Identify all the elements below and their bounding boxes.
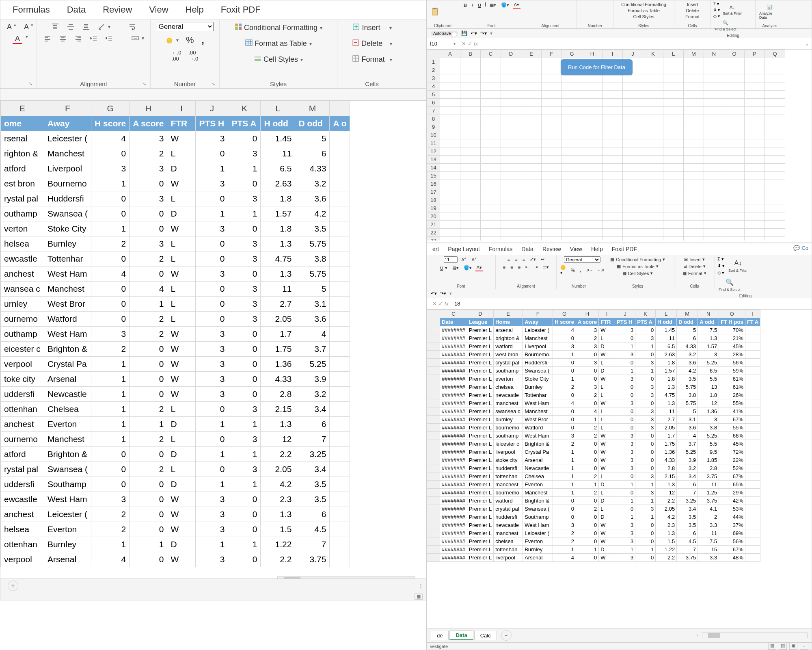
cell[interactable]: Bournemo <box>523 351 553 359</box>
cell[interactable]: 3.9 <box>295 372 330 387</box>
fx-icon[interactable]: fx <box>474 41 478 47</box>
cell[interactable]: West Ham <box>523 432 553 440</box>
cell[interactable]: 7.5 <box>698 537 719 546</box>
cell[interactable]: 3 <box>91 327 130 342</box>
header-cell[interactable]: D odd <box>295 116 330 131</box>
row-header[interactable]: 23 <box>427 237 440 241</box>
cell[interactable]: Manchest <box>523 489 553 497</box>
cell[interactable] <box>765 221 785 229</box>
cell[interactable]: Arsenal <box>44 552 91 567</box>
cell[interactable] <box>704 196 724 204</box>
cell[interactable]: 3 <box>615 521 635 529</box>
format-as-table-button[interactable]: Format as Table▾ <box>242 38 314 50</box>
shrink-font-br[interactable]: A˅ <box>471 256 478 263</box>
cell[interactable] <box>521 221 542 229</box>
cell[interactable] <box>440 212 460 221</box>
cell[interactable]: 7 <box>295 432 330 447</box>
cell[interactable] <box>745 221 765 229</box>
cell[interactable] <box>582 221 603 229</box>
cell[interactable]: bournemo <box>494 489 523 497</box>
cell[interactable] <box>643 115 663 123</box>
cell[interactable] <box>704 58 724 66</box>
cell[interactable] <box>481 237 501 241</box>
cell[interactable] <box>745 472 760 481</box>
cell[interactable]: 0 <box>635 326 656 334</box>
sort-filter-button[interactable]: A↓Sort & Filter <box>721 4 743 16</box>
cell[interactable]: 22% <box>719 456 745 464</box>
cell[interactable]: 3 <box>228 432 261 447</box>
cell[interactable] <box>765 74 785 82</box>
cell[interactable]: 0 <box>576 440 598 448</box>
cell[interactable] <box>501 74 521 82</box>
cell[interactable]: 3.5 <box>677 513 698 521</box>
cell[interactable]: 1 <box>91 176 130 191</box>
cell[interactable] <box>330 131 350 146</box>
align-left-button[interactable] <box>41 33 54 43</box>
cell[interactable] <box>643 229 663 237</box>
cell[interactable] <box>481 164 501 172</box>
cell[interactable]: ournemo <box>1 312 44 327</box>
cell[interactable] <box>745 554 760 562</box>
border-br[interactable]: ▦▾ <box>451 264 460 271</box>
cell[interactable]: est bron <box>1 176 44 191</box>
cell[interactable]: 1.75 <box>656 440 677 448</box>
cell[interactable] <box>603 196 623 204</box>
cell[interactable]: 3.75 <box>698 497 719 505</box>
cell[interactable] <box>684 58 704 66</box>
cell[interactable]: 2.2 <box>656 497 677 505</box>
cell[interactable]: 3 <box>553 521 576 529</box>
cell[interactable]: 0 <box>130 507 167 522</box>
cell[interactable] <box>643 237 663 241</box>
cell[interactable]: ournemo <box>1 432 44 447</box>
cell[interactable]: 5.25 <box>677 448 698 456</box>
format-mini[interactable]: Format <box>684 14 701 20</box>
cell[interactable]: Manchest <box>44 146 91 161</box>
cell[interactable]: D <box>599 367 615 375</box>
cell[interactable] <box>542 156 562 164</box>
col-header[interactable]: P <box>745 50 765 58</box>
cell[interactable]: Premier L <box>467 554 493 562</box>
cell[interactable] <box>481 66 501 74</box>
cell[interactable]: 4.75 <box>656 391 677 399</box>
cell[interactable]: West Bror <box>523 416 553 424</box>
cell[interactable] <box>684 131 704 139</box>
cell[interactable] <box>745 489 760 497</box>
cell[interactable]: Southamp <box>523 513 553 521</box>
cell[interactable] <box>330 191 350 206</box>
cell[interactable]: ######## <box>440 383 467 391</box>
cell[interactable] <box>745 164 765 172</box>
cell[interactable]: 4 <box>553 399 576 407</box>
cell[interactable] <box>663 58 684 66</box>
cell[interactable] <box>330 462 350 477</box>
row-header[interactable]: 6 <box>427 99 440 107</box>
cell[interactable] <box>330 251 350 266</box>
cell[interactable] <box>684 204 704 212</box>
cell[interactable]: L <box>167 146 196 161</box>
view-normal-br[interactable]: ▦ <box>768 643 776 650</box>
cell[interactable] <box>623 115 643 123</box>
sheet-grid-data[interactable]: CDEFGHIJKLMNOIDateLeagueHomeAwayH scoreA… <box>427 310 812 618</box>
cell[interactable]: 3 <box>130 236 167 251</box>
cell[interactable]: 2 <box>576 424 598 432</box>
cell[interactable]: Premier L <box>467 416 493 424</box>
cell[interactable]: Premier L <box>467 505 493 513</box>
cell[interactable]: chelsea <box>494 537 523 546</box>
cell[interactable]: 0 <box>228 266 261 282</box>
cell[interactable]: 56% <box>719 537 745 546</box>
cell[interactable] <box>582 188 603 196</box>
cell[interactable] <box>330 552 350 567</box>
cell[interactable]: 12 <box>698 399 719 407</box>
col-header[interactable]: O <box>719 310 745 318</box>
cell[interactable] <box>643 204 663 212</box>
cell[interactable] <box>330 387 350 402</box>
cell[interactable]: Premier L <box>467 537 493 546</box>
cell[interactable] <box>440 221 460 229</box>
cell[interactable] <box>542 196 562 204</box>
cell[interactable]: 21% <box>719 334 745 342</box>
cell[interactable]: 1 <box>228 537 261 552</box>
cell[interactable]: L <box>599 334 615 342</box>
merge-br[interactable]: ▭▾ <box>541 264 550 270</box>
cell[interactable]: Manchest <box>44 282 91 297</box>
redo-br-icon[interactable]: ↷▾ <box>440 291 446 296</box>
cell[interactable]: 3.7 <box>677 440 698 448</box>
